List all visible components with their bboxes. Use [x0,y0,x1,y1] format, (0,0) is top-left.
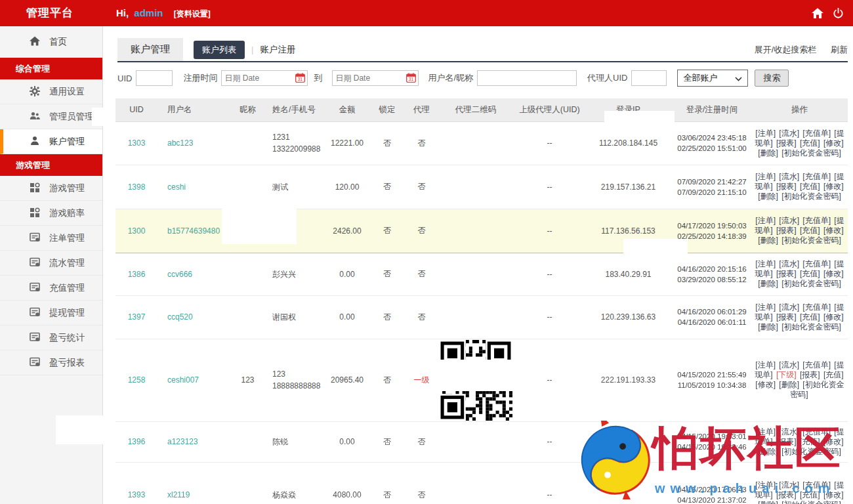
action-link[interactable]: [删除] [758,322,778,331]
action-link[interactable]: [充值单] [802,360,831,369]
uid-link[interactable]: 1386 [115,253,157,295]
action-link[interactable]: [删除] [758,148,778,158]
action-link[interactable]: [报表] [776,269,797,278]
action-link[interactable]: [报表] [776,182,797,191]
action-link[interactable]: [充值单] [802,427,831,436]
sidebar-item[interactable]: 注单管理 [0,226,102,251]
uid-input[interactable] [136,70,173,86]
profile-settings-link[interactable]: [资料设置] [174,9,211,18]
sidebar-item[interactable]: 游戏管理 [0,176,102,201]
action-link[interactable]: [充值] [823,370,844,379]
action-link[interactable]: [注单] [755,360,776,369]
refresh-link[interactable]: 刷新 [831,45,848,54]
sidebar-item[interactable]: 充值管理 [0,276,102,301]
action-link[interactable]: [删除] [758,279,778,288]
action-link[interactable]: [修改] [823,138,844,148]
action-link[interactable]: [初始化资金密码] [781,148,841,158]
action-link[interactable]: [流水] [779,259,799,268]
action-link[interactable]: [初始化资金密码] [781,322,841,331]
action-link[interactable]: [充值] [800,490,820,499]
sidebar-item[interactable]: 提现管理 [0,301,102,326]
action-link[interactable]: [流水] [779,129,799,138]
action-link[interactable]: [初始化资金密码] [781,192,841,201]
action-link[interactable]: [初始化资金密码] [781,500,841,504]
sidebar-item[interactable]: 账户管理 [0,129,102,154]
search-button[interactable]: 搜索 [755,70,789,87]
action-link[interactable]: [修改] [823,269,844,278]
action-link[interactable]: [充值] [800,437,820,446]
action-link[interactable]: [流水] [779,303,799,312]
action-link[interactable]: [注单] [755,172,776,181]
action-link[interactable]: [初始化资金密码] [781,279,841,288]
action-link[interactable]: [充值单] [802,480,831,490]
action-link[interactable]: [流水] [779,172,799,181]
action-link[interactable]: [删除] [758,447,778,456]
username-nickname-input[interactable] [477,70,577,86]
action-link[interactable]: [初始化资金密码] [781,236,841,245]
action-link[interactable]: [流水] [779,480,799,490]
date-from-input[interactable] [221,70,308,86]
action-link[interactable]: [修改] [823,182,844,191]
uid-link[interactable]: 1398 [115,165,157,209]
account-type-select[interactable]: 全部账户 [677,70,748,87]
action-link[interactable]: [充值] [800,138,820,148]
sidebar-item[interactable]: 游戏赔率 [0,201,102,226]
sidebar-item[interactable]: 首页 [0,26,102,58]
action-link[interactable]: [删除] [758,500,778,504]
toggle-search-link[interactable]: 展开/收起搜索栏 [755,45,817,54]
action-link[interactable]: [修改] [823,226,844,235]
sidebar-item[interactable]: 通用设置 [0,79,102,104]
username-link[interactable]: a123123 [157,421,233,462]
action-link[interactable]: [删除] [758,192,778,201]
action-link[interactable]: [报表] [776,138,797,148]
action-link[interactable]: [下级] [776,370,797,379]
username-link[interactable]: ceshi007 [157,339,233,421]
tab-account-register[interactable]: 账户注册 [260,44,295,56]
action-link[interactable]: [修改] [823,312,844,322]
action-link[interactable]: [修改] [823,490,844,499]
action-link[interactable]: [报表] [776,437,797,446]
action-link[interactable]: [初始化资金密码] [781,447,841,456]
action-link[interactable]: [修改] [755,380,776,389]
agent-uid-input[interactable] [631,70,667,86]
action-link[interactable]: [注单] [755,129,776,138]
action-link[interactable]: [充值单] [802,303,831,312]
power-icon[interactable] [833,8,844,19]
action-link[interactable]: [注单] [755,427,776,436]
tab-account-list[interactable]: 账户列表 [194,41,245,59]
uid-link[interactable]: 1396 [115,421,157,462]
agent-qr-code[interactable] [439,391,512,421]
sidebar-item[interactable]: 盈亏报表 [0,350,102,375]
action-link[interactable]: [报表] [776,490,797,499]
username-link[interactable]: abc123 [157,121,233,165]
action-link[interactable]: [充值] [800,182,820,191]
action-link[interactable]: [流水] [779,427,799,436]
username-link[interactable]: ccv666 [157,253,233,295]
uid-link[interactable]: 1258 [115,339,157,421]
agent-qr-code[interactable] [439,340,512,360]
action-link[interactable]: [修改] [823,437,844,446]
action-link[interactable]: [充值] [800,269,820,278]
action-link[interactable]: [充值单] [802,216,831,225]
username-link[interactable]: xl2119 [157,462,233,504]
action-link[interactable]: [注单] [755,480,776,490]
action-link[interactable]: [充值单] [802,129,831,138]
action-link[interactable]: [报表] [776,226,797,235]
action-link[interactable]: [充值] [800,226,820,235]
action-link[interactable]: [删除] [779,380,799,389]
action-link[interactable]: [注单] [755,259,776,268]
username-link[interactable]: ccq520 [157,295,233,339]
action-link[interactable]: [报表] [776,312,797,322]
sidebar-item[interactable]: 流水管理 [0,251,102,276]
action-link[interactable]: [注单] [755,303,776,312]
uid-link[interactable]: 1300 [115,209,157,253]
action-link[interactable]: [充值单] [802,259,831,268]
uid-link[interactable]: 1393 [115,462,157,504]
date-to-input[interactable] [332,70,419,86]
sidebar-item[interactable]: 盈亏统计 [0,326,102,350]
tab-account-management[interactable]: 账户管理 [117,38,183,61]
action-link[interactable]: [流水] [779,216,799,225]
home-icon[interactable] [812,8,823,19]
sidebar-item[interactable]: 管理员管理 [0,104,102,129]
action-link[interactable]: [充值单] [802,172,831,181]
